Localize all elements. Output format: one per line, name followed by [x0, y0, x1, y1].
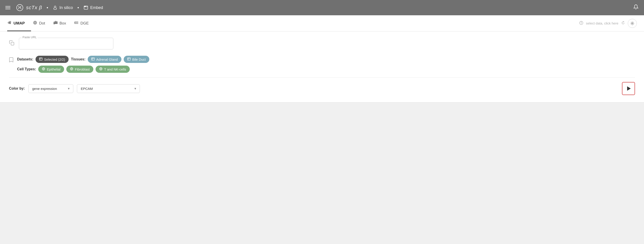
- url-row: Paste URL: [9, 38, 635, 49]
- color-by-row: Color by: gene expression cell type data…: [9, 82, 635, 95]
- notification-icon[interactable]: [633, 4, 638, 11]
- app-title: scTx β: [26, 5, 42, 10]
- embed-link[interactable]: Embed: [84, 5, 103, 10]
- menu-icon[interactable]: [6, 6, 10, 9]
- copy-icon[interactable]: [9, 40, 14, 47]
- cell-types-label: Cell Types:: [17, 67, 36, 71]
- svg-rect-30: [39, 58, 42, 60]
- svg-point-6: [85, 6, 86, 7]
- bookmark-icon[interactable]: [9, 57, 14, 64]
- tabs-bar: UMAP Dot Box: [0, 15, 644, 31]
- in-silico-label: In silico: [59, 5, 73, 10]
- cell-type-chip-2-icon: [99, 67, 102, 71]
- tissue-chip-1-label: Bile Duct: [132, 57, 146, 61]
- dot-icon: [33, 20, 37, 26]
- logo: scTx β: [16, 3, 42, 12]
- tissue-chip-0-label: Adrenal Gland: [96, 57, 118, 61]
- svg-rect-36: [128, 58, 130, 60]
- tissues-label: Tissues:: [71, 57, 86, 61]
- datasets-content: Datasets: Selected (2/2) Tissues:: [17, 56, 149, 73]
- url-field-label: Paste URL: [22, 35, 38, 39]
- svg-point-11: [34, 22, 36, 23]
- svg-point-1: [18, 6, 19, 7]
- tab-dot-label: Dot: [39, 21, 45, 26]
- tab-umap[interactable]: UMAP: [7, 15, 31, 31]
- url-input[interactable]: [19, 38, 113, 49]
- datasets-label: Datasets:: [17, 57, 33, 61]
- color-by-select[interactable]: gene expression cell type dataset cluste…: [28, 84, 73, 93]
- tab-box-label: Box: [60, 21, 66, 26]
- run-button[interactable]: [622, 82, 635, 95]
- cell-type-chip-0[interactable]: Epithelial: [38, 66, 64, 73]
- gene-select[interactable]: EPCAM CD3D VIM PTPRC: [77, 84, 140, 93]
- svg-rect-33: [92, 58, 94, 60]
- divider: [9, 77, 635, 77]
- svg-point-3: [54, 6, 56, 8]
- top-navigation: scTx β • In silico • Embed: [0, 0, 644, 15]
- box-icon: [53, 20, 58, 26]
- svg-point-5: [84, 6, 85, 7]
- gene-select-wrapper: EPCAM CD3D VIM PTPRC ▼: [77, 84, 140, 93]
- separator-dot-2: •: [77, 5, 79, 10]
- tissue-chip-0-icon: [91, 57, 95, 61]
- svg-point-40: [43, 68, 44, 69]
- logo-icon: [16, 3, 24, 12]
- cell-type-chip-2[interactable]: T and NK-cells: [96, 66, 130, 73]
- tab-dge[interactable]: DGE: [74, 15, 95, 31]
- datasets-tissues-line: Datasets: Selected (2/2) Tissues:: [17, 56, 149, 63]
- cell-type-chip-1[interactable]: Fibroblast: [66, 66, 93, 73]
- cell-type-chip-0-label: Epithelial: [47, 67, 60, 71]
- color-by-label: Color by:: [9, 86, 25, 91]
- umap-icon: [7, 20, 12, 26]
- datasets-chip-label: Selected (2/2): [44, 57, 65, 61]
- tab-dot[interactable]: Dot: [33, 15, 51, 31]
- svg-point-9: [10, 23, 10, 24]
- datasets-chip-icon: [39, 57, 42, 61]
- svg-point-7: [8, 22, 10, 23]
- datasets-chip[interactable]: Selected (2/2): [36, 56, 68, 63]
- svg-rect-29: [11, 42, 14, 45]
- cell-type-chip-2-label: T and NK-cells: [104, 67, 126, 71]
- cell-types-line: Cell Types: Epithelial: [17, 66, 149, 73]
- tab-dge-label: DGE: [80, 21, 89, 26]
- svg-point-28: [632, 23, 633, 24]
- embed-label: Embed: [90, 5, 103, 10]
- cell-type-chip-1-icon: [70, 67, 73, 71]
- tabs-hint-area: select data, click here: [579, 19, 637, 28]
- svg-point-52: [100, 68, 102, 69]
- main-panel: Paste URL Datasets:: [0, 31, 644, 102]
- svg-marker-57: [627, 87, 630, 90]
- tab-box[interactable]: Box: [53, 15, 72, 31]
- info-icon: [579, 21, 583, 26]
- in-silico-link[interactable]: In silico: [52, 5, 73, 10]
- tissue-chip-1-icon: [127, 57, 131, 61]
- run-button-icon: [626, 86, 631, 91]
- settings-icon[interactable]: [628, 19, 637, 28]
- dge-icon: [74, 20, 79, 26]
- svg-point-2: [20, 6, 21, 7]
- in-silico-icon: [52, 5, 58, 10]
- separator-dot-1: •: [46, 5, 48, 10]
- cell-type-chip-1-label: Fibroblast: [75, 67, 90, 71]
- embed-icon: [84, 5, 88, 10]
- svg-point-46: [71, 68, 72, 69]
- tab-umap-label: UMAP: [14, 21, 25, 26]
- url-field-container: Paste URL: [19, 38, 113, 49]
- datasets-row: Datasets: Selected (2/2) Tissues:: [9, 56, 635, 73]
- cell-type-chip-0-icon: [42, 67, 45, 71]
- hint-text: select data, click here: [586, 21, 618, 25]
- tissue-chip-1[interactable]: Bile Duct: [124, 56, 149, 63]
- tissue-chip-0[interactable]: Adrenal Gland: [88, 56, 122, 63]
- refresh-icon[interactable]: [621, 21, 625, 26]
- color-by-select-wrapper: gene expression cell type dataset cluste…: [28, 84, 73, 93]
- svg-point-27: [581, 22, 582, 22]
- svg-point-8: [10, 21, 11, 23]
